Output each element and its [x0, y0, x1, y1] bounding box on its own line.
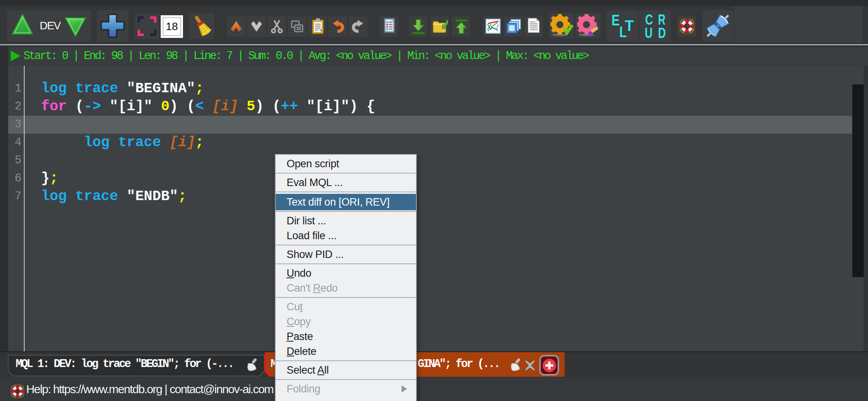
svg-text:E: E: [612, 12, 620, 29]
svg-text:L: L: [619, 24, 627, 40]
svg-text:D: D: [658, 25, 666, 41]
svg-text:U: U: [645, 25, 653, 41]
